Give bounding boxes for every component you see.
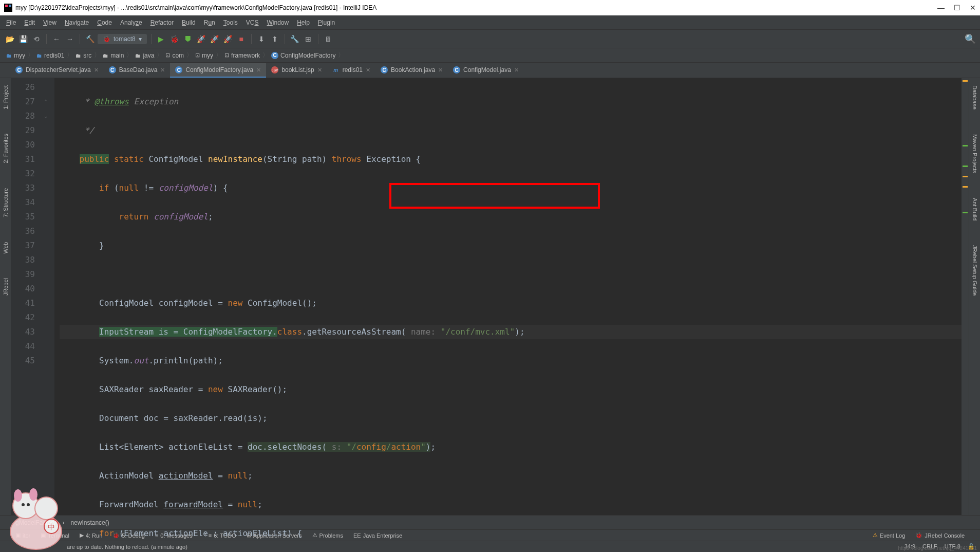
breadcrumbs: 🖿myy〉 🖿redis01〉 🖿src〉 🖿main〉 🖿java〉 ⊡com… bbox=[0, 48, 980, 63]
close-icon[interactable]: ✕ bbox=[366, 67, 370, 73]
menu-code[interactable]: Code bbox=[93, 17, 116, 28]
jsp-icon: JSP bbox=[271, 66, 278, 73]
coverage-icon[interactable]: ⛊ bbox=[182, 33, 194, 45]
search-icon[interactable]: 🔍 bbox=[965, 33, 976, 45]
menu-build[interactable]: Build bbox=[178, 17, 200, 28]
left-tool-window-bar: 1: Project 2: Favorites 7: Structure Web… bbox=[0, 78, 11, 515]
hammer-icon[interactable]: 🔨 bbox=[84, 33, 96, 45]
tab-basedao[interactable]: CBaseDao.java✕ bbox=[104, 63, 171, 78]
menu-vcs[interactable]: VCS bbox=[242, 17, 263, 28]
code-editor[interactable]: 2627282930313233343536373839404142434445… bbox=[11, 78, 969, 515]
code-area[interactable]: * @throws Exception */ public static Con… bbox=[54, 78, 962, 515]
terminal-icon: ▣ bbox=[41, 532, 46, 539]
sync-icon[interactable]: ⟲ bbox=[31, 33, 42, 45]
menubar: File Edit View Navigate Code Analyze Ref… bbox=[0, 15, 980, 30]
folder-icon: 🖿 bbox=[6, 52, 12, 59]
crumb-myy2[interactable]: ⊡myy bbox=[193, 52, 215, 59]
package-icon: ⊡ bbox=[165, 52, 170, 59]
debug-icon[interactable]: 🐞 bbox=[169, 33, 180, 45]
structure-icon[interactable]: ⊞ bbox=[303, 33, 314, 45]
close-icon[interactable]: ✕ bbox=[438, 67, 443, 73]
tool-ant[interactable]: Ant Build bbox=[971, 196, 979, 223]
class-icon: C bbox=[453, 66, 460, 73]
run-config-selector[interactable]: 🐞 tomact8 ▾ bbox=[98, 34, 147, 44]
crumb-java[interactable]: 🖿java bbox=[133, 52, 156, 59]
tool-web[interactable]: Web bbox=[2, 240, 10, 255]
open-icon[interactable]: 📂 bbox=[4, 33, 15, 45]
fold-start-icon[interactable]: ⌄ bbox=[44, 109, 47, 123]
menu-window[interactable]: Window bbox=[262, 17, 293, 28]
jrebel-icon2[interactable]: 🚀 bbox=[222, 33, 234, 45]
menu-edit[interactable]: Edit bbox=[20, 17, 39, 28]
crumb-redis01[interactable]: 🖿redis01 bbox=[34, 52, 66, 59]
menu-view[interactable]: View bbox=[39, 17, 61, 28]
svg-rect-2 bbox=[9, 5, 11, 7]
menu-analyze[interactable]: Analyze bbox=[116, 17, 146, 28]
tab-configmodelfactory[interactable]: CConfigModelFactory.java✕ bbox=[170, 63, 266, 78]
class-icon: C bbox=[15, 66, 23, 73]
bug-icon: 🐞 bbox=[103, 35, 110, 43]
class-icon: C bbox=[381, 66, 388, 73]
tool-maven[interactable]: Maven Projects bbox=[971, 132, 979, 175]
tool-database[interactable]: Database bbox=[971, 83, 979, 112]
crumb-framework[interactable]: ⊡framework bbox=[222, 52, 262, 59]
back-icon[interactable]: ← bbox=[51, 33, 62, 45]
close-icon[interactable]: ✕ bbox=[256, 67, 261, 73]
main-area: 1: Project 2: Favorites 7: Structure Web… bbox=[0, 78, 980, 515]
package-icon: ⊡ bbox=[224, 52, 229, 59]
tab-configmodel[interactable]: CConfigModel.java✕ bbox=[448, 63, 524, 78]
minimize-button[interactable]: — bbox=[937, 4, 945, 12]
menu-plugin[interactable]: Plugin bbox=[314, 17, 339, 28]
tab-dispatcherservlet[interactable]: CDispatecherServlet.java✕ bbox=[10, 63, 104, 78]
svg-rect-1 bbox=[5, 5, 8, 7]
editor-tabs: CDispatecherServlet.java✕ CBaseDao.java✕… bbox=[0, 63, 980, 78]
save-icon[interactable]: 💾 bbox=[17, 33, 29, 45]
nav-class[interactable]: gModelFactory bbox=[15, 519, 56, 526]
menu-file[interactable]: File bbox=[2, 17, 20, 28]
jrebel-debug-icon[interactable]: 🚀 bbox=[209, 33, 220, 45]
menu-help[interactable]: Help bbox=[293, 17, 314, 28]
menu-refactor[interactable]: Refactor bbox=[146, 17, 178, 28]
fold-end-icon[interactable]: ⌃ bbox=[44, 95, 47, 109]
tool-structure[interactable]: 7: Structure bbox=[2, 186, 10, 219]
folder-icon: 🖿 bbox=[76, 52, 81, 59]
menu-navigate[interactable]: Navigate bbox=[61, 17, 93, 28]
close-button[interactable]: ✕ bbox=[970, 4, 976, 12]
stop-icon[interactable]: ■ bbox=[236, 33, 247, 45]
forward-icon[interactable]: → bbox=[64, 33, 76, 45]
settings-icon[interactable]: 🔧 bbox=[289, 33, 300, 45]
menu-tools[interactable]: Tools bbox=[219, 17, 242, 28]
tool-jrebel[interactable]: JRebel bbox=[2, 276, 10, 298]
close-icon[interactable]: ✕ bbox=[160, 67, 165, 73]
run-icon[interactable]: ▶ bbox=[156, 33, 167, 45]
tab-booklist[interactable]: JSPbookList.jsp✕ bbox=[266, 63, 327, 78]
separator bbox=[80, 34, 80, 44]
maximize-button[interactable]: ☐ bbox=[954, 4, 960, 12]
close-icon[interactable]: ✕ bbox=[514, 67, 519, 73]
vcs-update-icon[interactable]: ⬇ bbox=[256, 33, 267, 45]
close-icon[interactable]: ✕ bbox=[94, 67, 99, 73]
tool-project[interactable]: 1: Project bbox=[2, 83, 10, 111]
class-icon: C bbox=[175, 66, 182, 73]
vcs-commit-icon[interactable]: ⬆ bbox=[269, 33, 280, 45]
jrebel-run-icon[interactable]: 🚀 bbox=[196, 33, 207, 45]
tool-favorites[interactable]: 2: Favorites bbox=[2, 132, 10, 165]
crumb-main[interactable]: 🖿main bbox=[101, 52, 126, 59]
tool-jrebel-setup[interactable]: JRebel Setup Guide bbox=[971, 243, 979, 298]
separator bbox=[46, 34, 47, 44]
toolbar: 📂 💾 ⟲ ← → 🔨 🐞 tomact8 ▾ ▶ 🐞 ⛊ 🚀 🚀 🚀 ■ ⬇ … bbox=[0, 30, 980, 48]
package-icon: ⊡ bbox=[195, 52, 200, 59]
window-title: myy [D:\y2201972\ideaProjects\myy] - ...… bbox=[15, 4, 937, 11]
tab-bookaction[interactable]: CBookAction.java✕ bbox=[375, 63, 448, 78]
crumb-myy[interactable]: 🖿myy bbox=[4, 52, 27, 59]
tab-redis01[interactable]: mredis01✕ bbox=[327, 63, 375, 78]
misc-icon[interactable]: 🖥 bbox=[323, 33, 334, 45]
vertical-scrollbar[interactable] bbox=[962, 78, 969, 515]
crumb-com[interactable]: ⊡com bbox=[163, 52, 186, 59]
crumb-class[interactable]: CConfigModelFactory bbox=[269, 52, 337, 59]
tool-monitor[interactable]: ▣itor bbox=[15, 532, 30, 539]
close-icon[interactable]: ✕ bbox=[317, 67, 322, 73]
crumb-src[interactable]: 🖿src bbox=[73, 52, 93, 59]
fold-gutter: ⌃ ⌄ bbox=[42, 78, 54, 515]
menu-run[interactable]: Run bbox=[200, 17, 219, 28]
